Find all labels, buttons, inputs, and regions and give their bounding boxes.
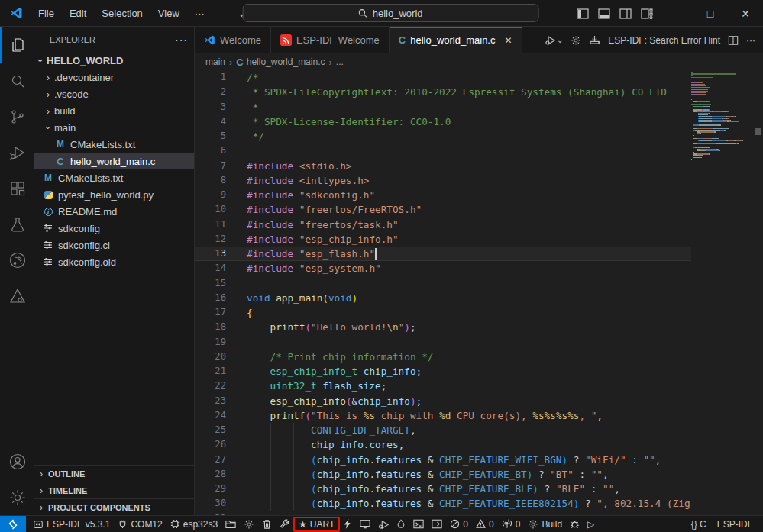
status-uart[interactable]: ★UART (293, 517, 340, 532)
status--c[interactable]: {} C (687, 516, 710, 532)
breadcrumb-item[interactable]: Chello_world_main.c (236, 56, 325, 68)
menu-view[interactable]: View (152, 5, 186, 22)
code-line-4[interactable]: 4 * SPDX-License-Identifier: CC0-1.0 (195, 114, 691, 129)
activity-account[interactable] (0, 443, 34, 479)
panel-bottom-button[interactable] (593, 3, 615, 24)
status-gear[interactable] (240, 516, 258, 532)
section-project-components[interactable]: ›PROJECT COMPONENTS (34, 498, 194, 515)
panel-right-button[interactable] (615, 3, 636, 24)
folder-.vscode[interactable]: ›.vscode (34, 85, 194, 102)
tab-welcome[interactable]: Welcome (195, 27, 271, 53)
code-line-27[interactable]: 27 (chip_info.features & CHIP_FEATURE_WI… (195, 453, 691, 467)
status-esp-idf-v5-3-1[interactable]: ESP-IDF v5.3.1 (29, 516, 114, 532)
code-line-3[interactable]: 3 * (195, 100, 691, 114)
code-line-28[interactable]: 28 (chip_info.features & CHIP_FEATURE_BT… (195, 467, 691, 482)
code-line-29[interactable]: 29 (chip_info.features & CHIP_FEATURE_BL… (195, 482, 691, 496)
status-esp32s3[interactable]: esp32s3 (167, 516, 221, 532)
code-line-23[interactable]: 23 esp_chip_info(&chip_info); (195, 394, 691, 408)
more-actions-icon[interactable]: ··· (746, 35, 755, 46)
activity-settings-gear[interactable] (0, 479, 34, 515)
folder-.devcontainer[interactable]: ›.devcontainer (34, 69, 194, 85)
code-line-7[interactable]: 7#include <stdio.h> (195, 159, 691, 173)
folder-build[interactable]: ›build (34, 102, 194, 119)
file-CMakeLists.txt[interactable]: MCMakeLists.txt (34, 136, 194, 153)
code-line-21[interactable]: 21 esp_chip_info_t chip_info; (195, 364, 691, 379)
menu-moremoremore[interactable]: ··· (189, 5, 211, 22)
command-center-search[interactable]: hello_world (242, 4, 538, 22)
status-folder[interactable] (221, 516, 240, 532)
status-monitor[interactable] (356, 516, 374, 532)
explorer-more-actions-icon[interactable]: ··· (175, 34, 188, 46)
status-0[interactable]: 0 (472, 516, 498, 532)
code-line-11[interactable]: 11#include "freertos/task.h" (195, 218, 691, 232)
code-editor[interactable]: 1/*2 * SPDX-FileCopyrightText: 2010-2022… (195, 70, 691, 515)
code-line-15[interactable]: 15 (195, 276, 691, 291)
minimize-button[interactable]: – (658, 0, 693, 27)
close-button[interactable]: ✕ (728, 0, 763, 27)
code-line-19[interactable]: 19 (195, 335, 691, 350)
activity-files[interactable] (0, 27, 34, 63)
install-action[interactable] (589, 34, 600, 46)
code-line-13[interactable]: 13#include "esp_flash.h" (195, 247, 691, 261)
code-line-8[interactable]: 8#include <inttypes.h> (195, 173, 691, 188)
status-export[interactable] (428, 516, 446, 532)
tab-esp-idf-welcome[interactable]: ESP-IDF Welcome (271, 27, 390, 53)
menu-selection[interactable]: Selection (95, 5, 148, 22)
code-line-31[interactable]: 31 (195, 511, 691, 516)
code-line-1[interactable]: 1/* (195, 70, 691, 85)
code-line-16[interactable]: 16void app_main(void) (195, 291, 691, 305)
code-line-20[interactable]: 20 /* Print chip information */ (195, 350, 691, 364)
code-line-17[interactable]: 17{ (195, 305, 691, 320)
status-bolt[interactable] (340, 516, 356, 532)
file-hello_world_main.c[interactable]: Chello_world_main.c (34, 153, 194, 169)
code-line-26[interactable]: 26 chip_info.cores, (195, 437, 691, 452)
menu-edit[interactable]: Edit (63, 5, 92, 22)
code-line-30[interactable]: 30 (chip_info.features & CHIP_FEATURE_IE… (195, 496, 691, 511)
code-line-6[interactable]: 6 (195, 143, 691, 158)
file-sdkconfig.old[interactable]: sdkconfig.old (34, 253, 194, 270)
status-0[interactable]: 0 (446, 516, 472, 532)
section-timeline[interactable]: ›TIMELINE (34, 482, 194, 498)
breadcrumb-item[interactable]: ... (336, 56, 344, 67)
maximize-button[interactable]: □ (693, 0, 728, 27)
file-pytest_hello_world.py[interactable]: pytest_hello_world.py (34, 186, 194, 203)
split-action[interactable] (728, 35, 739, 46)
folder-main[interactable]: ›main (34, 119, 194, 136)
code-line-18[interactable]: 18 printf("Hello world!\n"); (195, 320, 691, 334)
code-line-25[interactable]: 25 CONFIG_IDF_TARGET, (195, 423, 691, 437)
file-sdkconfig[interactable]: sdkconfig (34, 220, 194, 237)
status-trash[interactable] (258, 516, 276, 532)
status-play[interactable]: ▷ (584, 516, 598, 532)
status-remote[interactable] (0, 516, 26, 532)
gear-action[interactable] (571, 35, 581, 46)
status-bug[interactable] (566, 516, 584, 532)
panel-left-button[interactable] (572, 3, 593, 24)
layout-customize-button[interactable] (636, 3, 658, 24)
menu-file[interactable]: File (32, 5, 60, 22)
file-sdkconfig.ci[interactable]: sdkconfig.ci (34, 237, 194, 253)
activity-run-debug[interactable] (0, 134, 34, 170)
code-line-9[interactable]: 9#include "sdkconfig.h" (195, 188, 691, 202)
tree-root[interactable]: ›HELLO_WORLD (34, 52, 194, 69)
activity-source-control[interactable] (0, 98, 34, 134)
activity-beaker[interactable] (0, 206, 34, 242)
close-icon[interactable]: ✕ (504, 35, 512, 46)
vertical-scrollbar[interactable] (752, 70, 763, 515)
code-line-5[interactable]: 5 */ (195, 129, 691, 143)
code-line-24[interactable]: 24 printf("This is %s chip with %d CPU c… (195, 408, 691, 423)
activity-extensions[interactable] (0, 170, 34, 206)
tab-hello-world-main-c[interactable]: Chello_world_main.c✕ (390, 27, 522, 53)
file-CMakeLists.txt[interactable]: MCMakeLists.txt (34, 169, 194, 186)
status-esp-idf[interactable]: ESP-IDF (713, 516, 757, 532)
code-line-10[interactable]: 10#include "freertos/FreeRTOS.h" (195, 202, 691, 217)
code-line-22[interactable]: 22 uint32_t flash_size; (195, 379, 691, 393)
activity-search[interactable] (0, 63, 34, 98)
status-wrench[interactable] (276, 516, 293, 532)
status-com12[interactable]: COM12 (114, 516, 166, 532)
code-line-14[interactable]: 14#include "esp_system.h" (195, 261, 691, 276)
status-debug-start[interactable] (374, 516, 393, 532)
activity-espressif[interactable] (0, 242, 34, 278)
status-flame[interactable] (393, 516, 409, 532)
status-terminal[interactable] (409, 516, 428, 532)
editor-action-hint[interactable]: ESP-IDF: Search Error Hint (608, 35, 720, 46)
